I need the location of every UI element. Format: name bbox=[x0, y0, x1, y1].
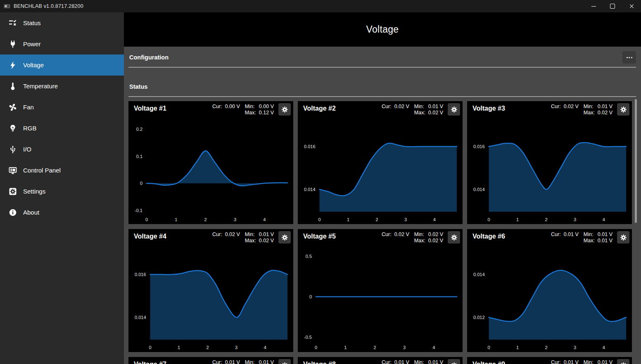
svg-text:0: 0 bbox=[487, 345, 490, 350]
sidebar-item-label: Fan bbox=[23, 104, 34, 111]
app-window: BENCHLAB v1.0.8717.28200 Status Power Vo… bbox=[0, 0, 641, 364]
chart-stats: Cur: 0.02 V Min: 0.01 V Max: 0.02 V bbox=[382, 104, 443, 116]
svg-text:4: 4 bbox=[264, 345, 266, 350]
chart-settings-button[interactable] bbox=[278, 231, 291, 243]
chart-title: Voltage #1 bbox=[134, 105, 166, 112]
max-label: Max: bbox=[245, 238, 256, 244]
chart-settings-button[interactable] bbox=[278, 359, 291, 364]
svg-text:2: 2 bbox=[207, 345, 209, 350]
status-heading: Status bbox=[128, 83, 147, 90]
chart-settings-button[interactable] bbox=[448, 359, 460, 364]
voltage-chart-card: 0.20.10-0.101234 Voltage #1 Cur: 0.00 V … bbox=[128, 101, 293, 224]
chart-title: Voltage #3 bbox=[472, 105, 505, 112]
svg-text:0: 0 bbox=[145, 217, 148, 222]
svg-text:0.5: 0.5 bbox=[306, 254, 312, 259]
sidebar-item-label: Status bbox=[23, 19, 41, 26]
svg-text:4: 4 bbox=[433, 217, 436, 222]
gear-icon bbox=[281, 106, 288, 113]
voltage-area-chart: 0.0160.01401234 bbox=[467, 101, 632, 224]
svg-text:3: 3 bbox=[234, 217, 236, 222]
divider bbox=[128, 96, 636, 97]
cur-label: Cur: bbox=[551, 232, 561, 244]
svg-text:1: 1 bbox=[178, 345, 180, 350]
sidebar-item-power[interactable]: Power bbox=[0, 33, 124, 54]
voltage-area-chart: 0.0160.01401234 bbox=[128, 229, 293, 352]
svg-text:4: 4 bbox=[432, 345, 435, 350]
about-icon bbox=[9, 208, 17, 217]
cur-label: Cur: bbox=[212, 359, 222, 364]
cur-value: 0.01 V bbox=[225, 359, 240, 364]
power-icon bbox=[9, 40, 17, 48]
max-value: 0.02 V bbox=[259, 238, 274, 244]
cur-label: Cur: bbox=[212, 104, 222, 116]
gear-icon bbox=[620, 106, 627, 113]
svg-text:2: 2 bbox=[204, 217, 207, 222]
min-label: Min: bbox=[584, 359, 595, 364]
sidebar-item-status[interactable]: Status bbox=[0, 12, 124, 33]
cur-value: 0.00 V bbox=[225, 104, 240, 116]
vertical-scrollbar[interactable] bbox=[635, 99, 637, 223]
sidebar-item-label: Power bbox=[23, 40, 41, 47]
chart-title: Voltage #9 bbox=[472, 361, 505, 364]
chart-settings-button[interactable] bbox=[617, 231, 629, 243]
max-label: Max: bbox=[245, 110, 256, 116]
title-bar: BENCHLAB v1.0.8717.28200 bbox=[0, 0, 641, 12]
svg-text:3: 3 bbox=[574, 217, 576, 222]
svg-text:3: 3 bbox=[403, 345, 406, 350]
chart-settings-button[interactable] bbox=[278, 103, 291, 116]
fan-icon bbox=[9, 103, 17, 111]
minimize-button[interactable] bbox=[584, 0, 603, 12]
voltage-chart-card: 0.0160.01401234 Voltage #4 Cur: 0.02 V M… bbox=[128, 229, 293, 352]
sidebar-item-label: I/O bbox=[23, 146, 31, 153]
chart-stats: Cur: 0.02 V Min: 0.01 V Max: 0.02 V bbox=[212, 232, 274, 244]
sidebar-item-label: About bbox=[23, 209, 39, 216]
svg-text:2: 2 bbox=[545, 217, 548, 222]
max-value: 0.01 V bbox=[598, 238, 613, 244]
sidebar-item-control-panel[interactable]: Control Panel bbox=[0, 160, 124, 181]
close-button[interactable] bbox=[622, 0, 641, 12]
ellipsis-icon bbox=[627, 57, 628, 58]
cur-value: 0.02 V bbox=[394, 232, 409, 244]
cur-label: Cur: bbox=[551, 359, 561, 364]
svg-text:2: 2 bbox=[376, 217, 378, 222]
svg-text:-0.5: -0.5 bbox=[304, 335, 312, 340]
voltage-chart-card: Voltage #9 Cur: 0.01 V Min: 0.01 V Max: … bbox=[467, 357, 632, 364]
sidebar-item-rgb[interactable]: RGB bbox=[0, 118, 124, 139]
chart-title: Voltage #4 bbox=[134, 233, 166, 240]
page-title: Voltage bbox=[366, 24, 399, 35]
svg-text:3: 3 bbox=[574, 345, 576, 350]
min-value: 0.00 V bbox=[259, 104, 274, 110]
maximize-button[interactable] bbox=[603, 0, 622, 12]
min-label: Min: bbox=[245, 232, 256, 238]
svg-text:0: 0 bbox=[140, 181, 142, 186]
cur-label: Cur: bbox=[551, 104, 561, 116]
sidebar-item-voltage[interactable]: Voltage bbox=[0, 54, 124, 76]
svg-text:2: 2 bbox=[545, 345, 548, 350]
chart-settings-button[interactable] bbox=[448, 103, 460, 116]
min-label: Min: bbox=[584, 232, 595, 238]
svg-text:0: 0 bbox=[149, 345, 151, 350]
sidebar-item-label: Temperature bbox=[23, 83, 58, 90]
max-label: Max: bbox=[584, 110, 595, 116]
chart-stats: Cur: 0.02 V Min: 0.02 V Max: 0.02 V bbox=[382, 232, 443, 244]
configuration-section-header: Configuration bbox=[128, 51, 636, 64]
voltage-chart-card: 0.0160.01401234 Voltage #2 Cur: 0.02 V M… bbox=[298, 101, 463, 224]
voltage-icon bbox=[9, 61, 17, 69]
min-value: 0.01 V bbox=[428, 104, 443, 110]
chart-settings-button[interactable] bbox=[448, 231, 460, 243]
chart-settings-button[interactable] bbox=[617, 359, 629, 364]
voltage-chart-card: 0.50-0.501234 Voltage #5 Cur: 0.02 V Min… bbox=[298, 229, 463, 352]
temperature-icon bbox=[9, 82, 17, 90]
sidebar: Status Power Voltage Temperature Fan RGB… bbox=[0, 12, 124, 364]
svg-text:0.2: 0.2 bbox=[136, 127, 142, 132]
sidebar-item-about[interactable]: About bbox=[0, 202, 124, 223]
sidebar-item-temperature[interactable]: Temperature bbox=[0, 76, 124, 97]
more-options-button[interactable] bbox=[622, 51, 636, 64]
chart-stats: Cur: 0.00 V Min: 0.00 V Max: 0.12 V bbox=[212, 104, 274, 116]
sidebar-item-i-o[interactable]: I/O bbox=[0, 139, 124, 160]
gear-icon bbox=[620, 362, 627, 364]
sidebar-item-fan[interactable]: Fan bbox=[0, 97, 124, 118]
chart-settings-button[interactable] bbox=[617, 103, 629, 116]
sidebar-item-settings[interactable]: Settings bbox=[0, 181, 124, 202]
svg-text:0.014: 0.014 bbox=[473, 187, 485, 192]
